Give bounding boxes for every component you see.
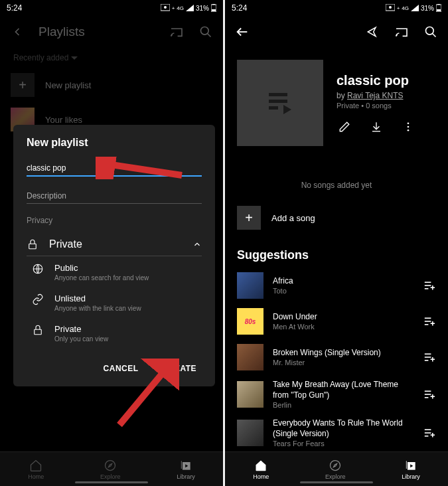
lock-icon — [27, 238, 38, 250]
nav-library[interactable]: Library — [177, 459, 195, 480]
add-to-playlist-icon[interactable] — [423, 352, 436, 363]
compass-icon — [329, 459, 342, 472]
lock-icon — [32, 324, 44, 336]
svg-rect-4 — [212, 4, 215, 5]
privacy-option-private[interactable]: Private Only you can view — [27, 317, 202, 348]
song-row[interactable]: Take My Breath Away (Love Theme from "To… — [225, 375, 448, 414]
playlist-detail: classic pop by Ravi Teja KNTS Private • … — [225, 48, 448, 158]
svg-marker-32 — [283, 105, 291, 114]
svg-marker-8 — [71, 56, 78, 60]
chevron-up-icon — [192, 240, 202, 249]
link-icon — [32, 293, 44, 305]
svg-point-16 — [106, 460, 115, 470]
playlist-meta: Private • 0 songs — [336, 102, 416, 110]
svg-rect-5 — [212, 9, 216, 11]
status-time: 5:24 — [7, 3, 22, 13]
status-bar: 5:24 + 4G 31% — [0, 0, 223, 16]
add-song-button[interactable]: + Add a song — [225, 206, 448, 230]
add-to-playlist-icon[interactable] — [423, 389, 436, 400]
playlists-header: Playlists — [0, 16, 223, 48]
status-time: 5:24 — [232, 3, 247, 13]
svg-point-36 — [408, 126, 410, 128]
privacy-label: Privacy — [27, 216, 202, 225]
cast-icon[interactable] — [169, 24, 185, 40]
song-row[interactable]: Everybody Wants To Rule The World (Singl… — [225, 414, 448, 452]
sort-dropdown[interactable]: Recently added — [0, 48, 223, 68]
search-icon[interactable] — [198, 24, 214, 40]
svg-rect-29 — [269, 93, 287, 96]
playlist-header — [225, 16, 448, 48]
song-row[interactable]: Africa Toto — [225, 268, 448, 303]
svg-marker-17 — [109, 463, 112, 467]
svg-line-15 — [119, 365, 169, 425]
no-songs-text: No songs added yet — [225, 158, 448, 206]
modal-title: New playlist — [27, 137, 202, 149]
svg-point-37 — [408, 129, 410, 131]
svg-point-21 — [389, 6, 392, 9]
suggestions-heading: Suggestions — [225, 240, 448, 268]
svg-rect-11 — [35, 329, 42, 335]
song-thumb — [237, 420, 263, 446]
svg-rect-24 — [437, 4, 440, 5]
privacy-option-public[interactable]: Public Anyone can search for and view — [27, 256, 202, 287]
page-title: Playlists — [38, 25, 155, 39]
nav-home[interactable]: Home — [253, 459, 269, 480]
gesture-bar — [300, 481, 373, 483]
nav-explore[interactable]: Explore — [100, 459, 121, 480]
nav-library[interactable]: Library — [402, 459, 420, 480]
nav-home[interactable]: Home — [28, 459, 44, 480]
svg-rect-31 — [269, 106, 278, 110]
plus-icon: + — [237, 206, 261, 230]
svg-rect-9 — [29, 244, 37, 249]
song-row[interactable]: Broken Wings (Single Version) Mr. Mister — [225, 339, 448, 375]
svg-point-27 — [426, 27, 434, 35]
left-screenshot: 5:24 + 4G 31% Playlists — [0, 0, 223, 486]
song-thumb — [237, 381, 263, 408]
playlist-cover — [237, 60, 323, 146]
home-icon — [254, 459, 267, 472]
privacy-selector[interactable]: Private — [27, 233, 202, 256]
svg-rect-30 — [269, 100, 287, 103]
library-icon — [179, 459, 192, 472]
add-to-playlist-icon[interactable] — [423, 280, 436, 291]
svg-point-35 — [408, 122, 410, 124]
gesture-bar — [75, 481, 148, 483]
svg-line-7 — [208, 34, 211, 37]
playlist-author: by Ravi Teja KNTS — [336, 91, 416, 100]
add-to-playlist-icon[interactable] — [423, 428, 436, 438]
privacy-option-unlisted[interactable]: Unlisted Anyone with the link can view — [27, 287, 202, 317]
more-icon[interactable] — [400, 119, 416, 135]
share-icon[interactable] — [364, 24, 380, 40]
library-icon — [404, 459, 417, 472]
svg-point-1 — [164, 6, 167, 9]
nav-explore[interactable]: Explore — [325, 459, 346, 480]
song-thumb: 80s — [237, 308, 263, 335]
status-battery: 31% — [196, 5, 209, 12]
download-icon[interactable] — [368, 119, 384, 135]
globe-icon — [32, 263, 44, 275]
compass-icon — [104, 459, 117, 472]
edit-icon[interactable] — [336, 119, 352, 135]
svg-marker-2 — [186, 5, 194, 11]
back-icon[interactable] — [9, 24, 25, 40]
search-icon[interactable] — [423, 24, 439, 40]
svg-point-6 — [201, 27, 209, 35]
svg-marker-64 — [334, 463, 337, 467]
new-playlist-row[interactable]: + New playlist — [0, 68, 223, 102]
annotation-arrow — [113, 359, 179, 432]
right-screenshot: 5:24 + 4G 31% — [225, 0, 448, 486]
back-icon[interactable] — [234, 24, 250, 40]
playlist-name: classic pop — [336, 73, 416, 88]
svg-rect-25 — [437, 9, 441, 11]
status-network: 4G — [177, 5, 184, 11]
add-to-playlist-icon[interactable] — [423, 316, 436, 327]
song-thumb — [237, 272, 263, 299]
svg-line-28 — [433, 34, 436, 37]
cast-icon[interactable] — [394, 24, 410, 40]
home-icon — [29, 459, 42, 472]
svg-point-63 — [331, 460, 340, 470]
annotation-arrow — [96, 157, 188, 179]
playlist-description-input[interactable] — [27, 189, 202, 204]
song-row[interactable]: 80s Down Under Men At Work — [225, 303, 448, 339]
svg-line-13 — [102, 163, 182, 175]
